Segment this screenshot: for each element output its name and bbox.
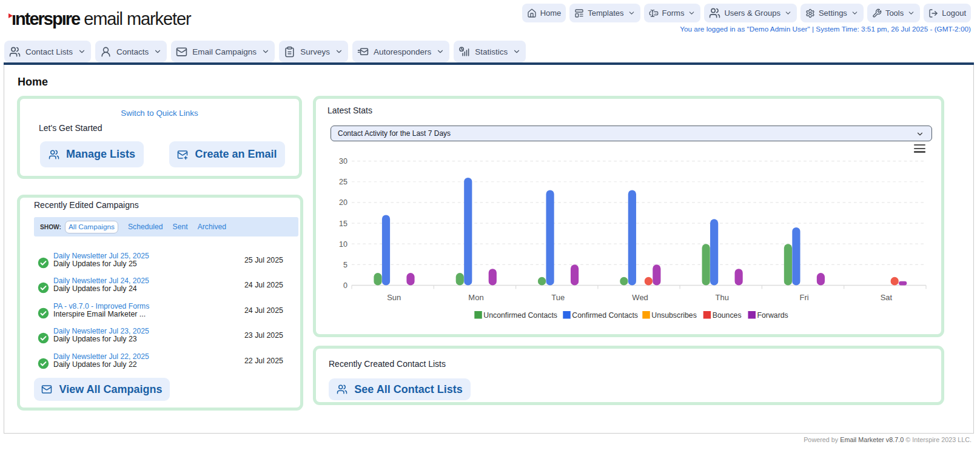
svg-text:Sat: Sat [881,293,893,302]
svg-text:30: 30 [339,157,347,166]
svg-text:Forwards: Forwards [757,311,788,320]
svg-text:Unconfirmed Contacts: Unconfirmed Contacts [483,311,557,320]
svg-text:Mon: Mon [468,293,483,302]
svg-text:Wed: Wed [632,293,648,302]
svg-text:Unsubscribes: Unsubscribes [651,311,697,320]
svg-text:25: 25 [339,178,347,186]
svg-text:20: 20 [339,198,347,207]
svg-text:Tue: Tue [551,293,565,302]
svg-text:Bounces: Bounces [713,311,742,320]
svg-text:Fri: Fri [800,293,809,302]
svg-text:5: 5 [343,261,347,269]
svg-text:Sun: Sun [387,293,401,302]
svg-text:15: 15 [339,220,347,228]
svg-text:Confirmed Contacts: Confirmed Contacts [572,311,638,320]
svg-text:0: 0 [343,281,347,290]
svg-text:Thu: Thu [716,293,729,302]
svg-text:10: 10 [339,240,347,249]
